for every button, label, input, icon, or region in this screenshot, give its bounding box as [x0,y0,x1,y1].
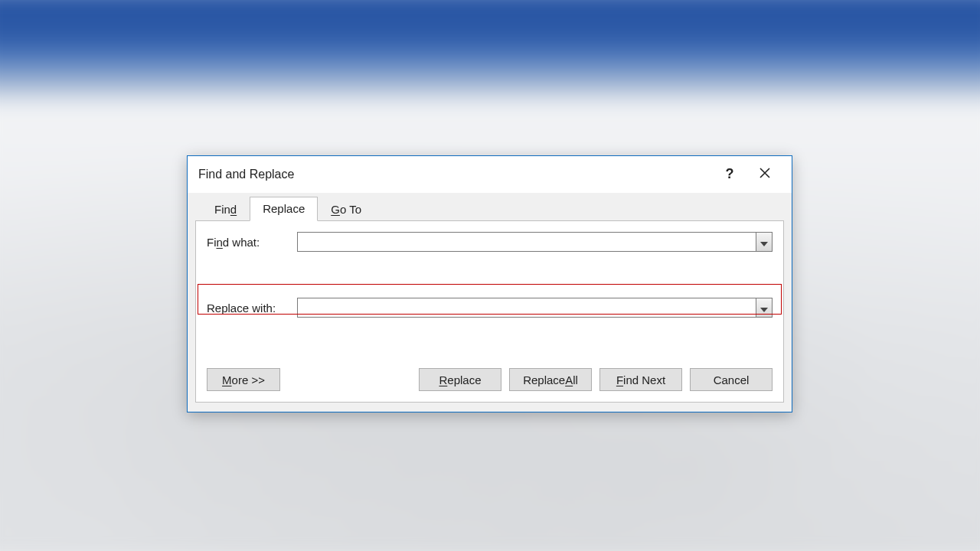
dialog-body: Find Replace Go To Find what: [188,193,792,412]
find-what-row: Find what: [207,232,773,252]
replace-with-row: Replace with: [207,298,773,318]
find-and-replace-dialog: Find and Replace ? Find Replace Go To [187,155,792,412]
button-row: More >> Replace Replace All Find Next Ca… [207,364,773,391]
find-what-dropdown-button[interactable] [756,232,773,252]
find-what-combo [297,232,773,252]
more-button[interactable]: More >> [207,368,280,391]
replace-with-label: Replace with: [207,302,297,315]
help-icon: ? [726,166,734,182]
tab-find[interactable]: Find [201,197,250,221]
find-next-button[interactable]: Find Next [599,368,682,391]
find-what-label: Find what: [207,236,297,249]
replace-with-input[interactable] [297,298,756,318]
tab-bar: Find Replace Go To [195,193,784,220]
chevron-down-icon [760,236,768,249]
replace-button[interactable]: Replace [419,368,501,391]
help-button[interactable]: ? [712,162,747,187]
dialog-title: Find and Replace [198,168,712,181]
close-button[interactable] [747,162,782,187]
chevron-down-icon [760,302,768,315]
replace-all-button[interactable]: Replace All [509,368,592,391]
dialog-titlebar: Find and Replace ? [188,156,792,193]
close-icon [760,168,770,181]
find-what-input[interactable] [297,232,756,252]
tab-go-to[interactable]: Go To [318,197,374,221]
replace-with-dropdown-button[interactable] [756,298,773,318]
replace-panel: Find what: Replace with: [195,220,784,403]
tab-replace[interactable]: Replace [250,197,318,221]
replace-with-combo [297,298,773,318]
cancel-button[interactable]: Cancel [690,368,773,391]
